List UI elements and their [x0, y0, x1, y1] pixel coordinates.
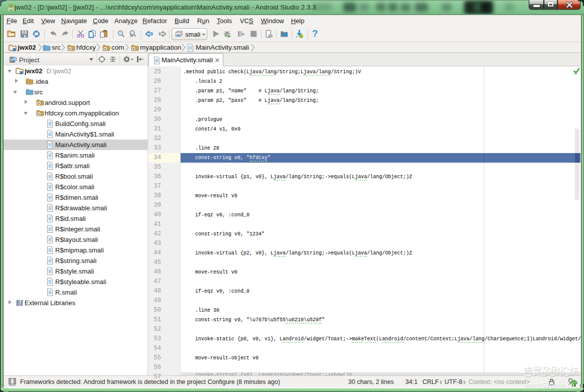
svg-text:A: A	[130, 33, 133, 38]
svg-text:www.52pojie.cn: www.52pojie.cn	[524, 381, 574, 389]
